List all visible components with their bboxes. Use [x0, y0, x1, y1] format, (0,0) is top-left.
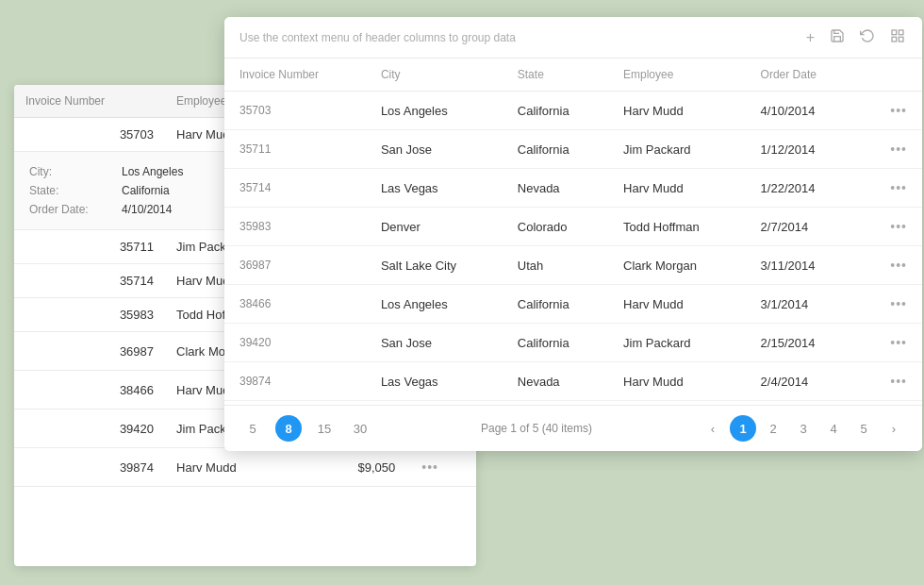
- city: Salt Lake City: [366, 246, 503, 285]
- page-size-button[interactable]: 8: [275, 415, 302, 442]
- table-row: 35714 Las Vegas Nevada Harv Mudd 1/22/20…: [224, 169, 922, 208]
- invoice-number: 39420: [14, 410, 165, 448]
- toolbar-hint: Use the context menu of header columns t…: [239, 31, 516, 44]
- order-date-label: Order Date:: [29, 203, 114, 216]
- state: California: [503, 285, 608, 324]
- order-date: 1/22/2014: [746, 169, 857, 208]
- employee: Harv Mudd: [608, 169, 746, 208]
- column-header[interactable]: Invoice Number: [224, 58, 366, 92]
- table-row: 38466 Los Angeles California Harv Mudd 3…: [224, 285, 922, 324]
- order-date: 2/4/2014: [746, 362, 857, 401]
- table-row: 39420 San Jose California Jim Packard 2/…: [224, 324, 922, 362]
- row-action-cell[interactable]: •••: [857, 208, 922, 246]
- invoice-number: 35714: [224, 169, 366, 208]
- page-size-button[interactable]: 15: [311, 415, 338, 442]
- row-menu-button[interactable]: •••: [886, 178, 911, 197]
- page-number-button[interactable]: 1: [730, 415, 756, 442]
- page-number-button[interactable]: 4: [820, 415, 847, 442]
- city: Los Angeles: [366, 92, 503, 130]
- invoice-number: 36987: [14, 332, 165, 371]
- order-date: 3/11/2014: [746, 246, 857, 285]
- toolbar-actions: +: [804, 26, 907, 48]
- add-button[interactable]: +: [804, 28, 817, 47]
- invoice-number: 35711: [224, 130, 366, 169]
- order-date: 3/1/2014: [746, 285, 857, 324]
- employee-name: Harv Mudd: [165, 448, 307, 487]
- table-row: 39874 Harv Mudd $9,050 •••: [14, 448, 476, 487]
- row-menu-button[interactable]: •••: [886, 140, 911, 159]
- state: Utah: [503, 246, 608, 285]
- table-row: 39874 Las Vegas Nevada Harv Mudd 2/4/201…: [224, 362, 922, 401]
- state: Nevada: [503, 362, 608, 401]
- bg-col-invoice: Invoice Number: [14, 85, 165, 118]
- page-size-button[interactable]: 5: [239, 415, 266, 442]
- state: California: [503, 324, 608, 362]
- city: San Jose: [366, 324, 503, 362]
- row-menu-button[interactable]: •••: [886, 294, 911, 313]
- column-header[interactable]: Employee: [608, 58, 746, 92]
- employee: Jim Packard: [608, 130, 746, 169]
- row-action-cell[interactable]: •••: [857, 130, 922, 169]
- page-number-button[interactable]: 5: [850, 415, 877, 442]
- state-label: State:: [29, 184, 114, 197]
- city: Los Angeles: [366, 285, 503, 324]
- row-menu-button[interactable]: •••: [886, 101, 911, 120]
- invoice-number: 39874: [14, 448, 165, 487]
- state: California: [503, 130, 608, 169]
- table-row: 36987 Salt Lake City Utah Clark Morgan 3…: [224, 246, 922, 285]
- row-action-cell[interactable]: •••: [857, 285, 922, 324]
- invoice-number: 36987: [224, 246, 366, 285]
- invoice-number: 35711: [14, 230, 165, 264]
- page-number-button[interactable]: 3: [790, 415, 817, 442]
- order-date: 2/15/2014: [746, 324, 857, 362]
- page-number-button[interactable]: 2: [760, 415, 786, 442]
- save-button[interactable]: [828, 26, 847, 48]
- row-menu-button[interactable]: •••: [886, 217, 911, 236]
- page-size-button[interactable]: 30: [347, 415, 373, 442]
- pagination-bar: 581530 Page 1 of 5 (40 items) ‹12345›: [224, 405, 922, 451]
- employee: Harv Mudd: [608, 362, 746, 401]
- city: Denver: [366, 208, 503, 246]
- row-action-cell[interactable]: •••: [857, 246, 922, 285]
- invoice-number: 38466: [224, 285, 366, 324]
- row-action-cell[interactable]: •••: [857, 169, 922, 208]
- state: Colorado: [503, 208, 608, 246]
- city: San Jose: [366, 130, 503, 169]
- invoice-number: 35983: [224, 208, 366, 246]
- column-header[interactable]: City: [366, 58, 503, 92]
- undo-button[interactable]: [858, 26, 877, 48]
- row-menu-button[interactable]: •••: [886, 372, 911, 391]
- svg-rect-2: [899, 37, 903, 42]
- page-info: Page 1 of 5 (40 items): [481, 422, 592, 435]
- action-cell[interactable]: •••: [406, 448, 476, 487]
- order-date: 2/7/2014: [746, 208, 857, 246]
- row-action-cell[interactable]: •••: [857, 92, 922, 130]
- invoice-number: 39874: [224, 362, 366, 401]
- prev-page-button[interactable]: ‹: [700, 415, 726, 442]
- table-row: 35983 Denver Colorado Todd Hoffman 2/7/2…: [224, 208, 922, 246]
- svg-rect-0: [892, 30, 897, 35]
- employee: Clark Morgan: [608, 246, 746, 285]
- main-toolbar: Use the context menu of header columns t…: [224, 17, 922, 58]
- column-header[interactable]: Order Date: [746, 58, 857, 92]
- action-column-header: [857, 58, 922, 92]
- row-menu-button[interactable]: •••: [418, 458, 442, 476]
- next-page-button[interactable]: ›: [881, 415, 907, 442]
- row-menu-button[interactable]: •••: [886, 256, 911, 275]
- row-menu-button[interactable]: •••: [886, 333, 911, 352]
- svg-rect-3: [892, 37, 897, 42]
- state: Nevada: [503, 169, 608, 208]
- state: California: [503, 92, 608, 130]
- city: Las Vegas: [366, 169, 503, 208]
- table-row: 35711 San Jose California Jim Packard 1/…: [224, 130, 922, 169]
- employee: Harv Mudd: [608, 285, 746, 324]
- data-table: Invoice NumberCityStateEmployeeOrder Dat…: [224, 58, 922, 401]
- employee: Harv Mudd: [608, 92, 746, 130]
- view-button[interactable]: [888, 26, 907, 48]
- invoice-number: 35983: [14, 298, 165, 332]
- order-date: 4/10/2014: [746, 92, 857, 130]
- row-action-cell[interactable]: •••: [857, 324, 922, 362]
- column-header[interactable]: State: [503, 58, 608, 92]
- employee: Jim Packard: [608, 324, 746, 362]
- row-action-cell[interactable]: •••: [857, 362, 922, 401]
